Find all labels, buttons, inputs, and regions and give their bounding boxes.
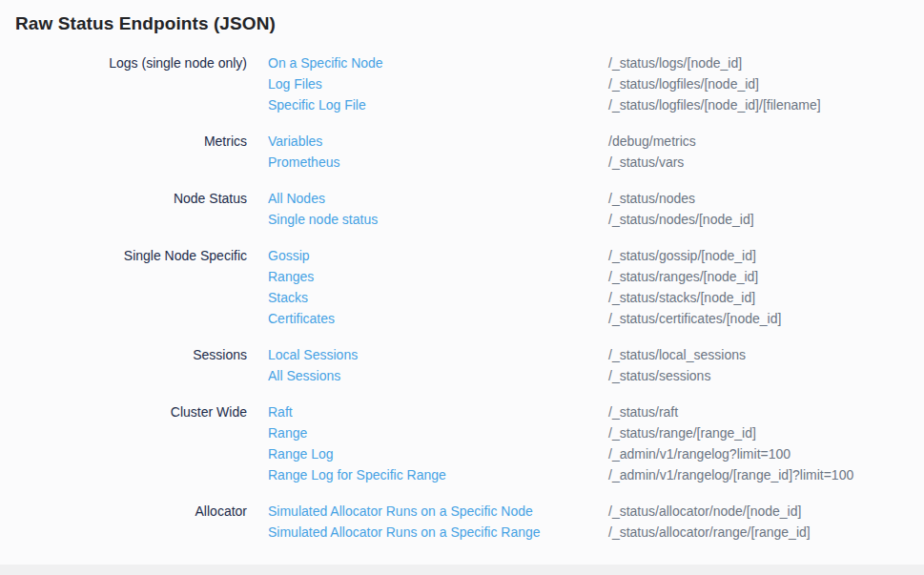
endpoint-path: /_admin/v1/rangelog/[range_id]?limit=100 (608, 464, 853, 485)
endpoint-link-simulated-allocator-range[interactable]: Simulated Allocator Runs on a Specific R… (268, 522, 608, 543)
endpoint-path: /_status/local_sessions (608, 344, 746, 365)
group-logs: Logs (single node only) On a Specific No… (15, 52, 924, 115)
endpoint-path: /_status/nodes (608, 188, 695, 209)
endpoint-link-stacks[interactable]: Stacks (268, 287, 608, 308)
endpoint-link-raft[interactable]: Raft (268, 401, 608, 422)
endpoint-path: /_status/range/[range_id] (608, 422, 756, 443)
endpoint-path: /_status/gossip/[node_id] (608, 245, 756, 266)
endpoint-row: Local Sessions /_status/local_sessions (268, 344, 924, 365)
group-metrics: Metrics Variables /debug/metrics Prometh… (15, 131, 924, 173)
endpoint-link-simulated-allocator-node[interactable]: Simulated Allocator Runs on a Specific N… (268, 501, 608, 522)
category-label: Single Node Specific (15, 245, 247, 266)
endpoint-path: /debug/metrics (608, 131, 696, 152)
category-label: Node Status (15, 188, 247, 209)
category-label: Allocator (15, 501, 247, 522)
endpoint-path: /_status/logs/[node_id] (608, 52, 742, 73)
page-title: Raw Status Endpoints (JSON) (15, 11, 924, 36)
endpoint-row: Log Files /_status/logfiles/[node_id] (268, 73, 924, 94)
endpoint-link-range-log-specific-range[interactable]: Range Log for Specific Range (268, 464, 608, 485)
endpoint-path: /_status/certificates/[node_id] (608, 308, 781, 329)
endpoint-link-ranges[interactable]: Ranges (268, 266, 608, 287)
endpoint-path: /_status/stacks/[node_id] (608, 287, 755, 308)
category-label: Cluster Wide (15, 401, 247, 422)
endpoint-link-log-files[interactable]: Log Files (268, 73, 608, 94)
category-label: Metrics (15, 131, 247, 152)
group-rows: Variables /debug/metrics Prometheus /_st… (268, 131, 924, 173)
category-label: Logs (single node only) (15, 52, 247, 73)
group-allocator: Allocator Simulated Allocator Runs on a … (15, 501, 924, 543)
endpoint-path: /_status/vars (608, 152, 684, 173)
endpoint-path: /_status/raft (608, 401, 678, 422)
endpoint-row: Simulated Allocator Runs on a Specific N… (268, 501, 924, 522)
endpoint-path: /_status/nodes/[node_id] (608, 209, 754, 230)
endpoint-row: Gossip /_status/gossip/[node_id] (268, 245, 924, 266)
endpoint-row: Variables /debug/metrics (268, 131, 924, 152)
category-label: Sessions (15, 344, 247, 365)
group-cluster-wide: Cluster Wide Raft /_status/raft Range /_… (15, 401, 924, 485)
endpoint-row: All Nodes /_status/nodes (268, 188, 924, 209)
endpoint-row: Range /_status/range/[range_id] (268, 422, 924, 443)
group-sessions: Sessions Local Sessions /_status/local_s… (15, 344, 924, 386)
endpoint-link-range[interactable]: Range (268, 422, 608, 443)
group-rows: Local Sessions /_status/local_sessions A… (268, 344, 924, 386)
endpoint-row: Range Log for Specific Range /_admin/v1/… (268, 464, 924, 485)
group-rows: Raft /_status/raft Range /_status/range/… (268, 401, 924, 485)
endpoint-link-all-nodes[interactable]: All Nodes (268, 188, 608, 209)
endpoint-row: Range Log /_admin/v1/rangelog?limit=100 (268, 443, 924, 464)
group-rows: Simulated Allocator Runs on a Specific N… (268, 501, 924, 543)
endpoint-path: /_status/sessions (608, 365, 710, 386)
endpoint-row: Raft /_status/raft (268, 401, 924, 422)
group-single-node-specific: Single Node Specific Gossip /_status/gos… (15, 245, 924, 329)
group-node-status: Node Status All Nodes /_status/nodes Sin… (15, 188, 924, 230)
endpoint-link-variables[interactable]: Variables (268, 131, 608, 152)
endpoint-row: Specific Log File /_status/logfiles/[nod… (268, 94, 924, 115)
endpoint-link-range-log[interactable]: Range Log (268, 443, 608, 464)
endpoint-row: On a Specific Node /_status/logs/[node_i… (268, 52, 924, 73)
endpoint-row: Stacks /_status/stacks/[node_id] (268, 287, 924, 308)
endpoint-row: Certificates /_status/certificates/[node… (268, 308, 924, 329)
endpoint-row: Prometheus /_status/vars (268, 152, 924, 173)
endpoint-link-all-sessions[interactable]: All Sessions (268, 365, 608, 386)
footer-strip (0, 565, 924, 575)
endpoint-path: /_status/ranges/[node_id] (608, 266, 758, 287)
group-rows: Gossip /_status/gossip/[node_id] Ranges … (268, 245, 924, 329)
endpoint-link-local-sessions[interactable]: Local Sessions (268, 344, 608, 365)
endpoint-row: All Sessions /_status/sessions (268, 365, 924, 386)
endpoint-link-single-node-status[interactable]: Single node status (268, 209, 608, 230)
endpoint-link-certificates[interactable]: Certificates (268, 308, 608, 329)
group-rows: All Nodes /_status/nodes Single node sta… (268, 188, 924, 230)
endpoint-link-on-a-specific-node[interactable]: On a Specific Node (268, 52, 608, 73)
raw-status-endpoints-page: Raw Status Endpoints (JSON) Logs (single… (0, 0, 924, 543)
endpoint-path: /_status/logfiles/[node_id]/[filename] (608, 94, 821, 115)
endpoint-link-gossip[interactable]: Gossip (268, 245, 608, 266)
endpoint-row: Single node status /_status/nodes/[node_… (268, 209, 924, 230)
endpoint-path: /_status/allocator/node/[node_id] (608, 501, 801, 522)
group-rows: On a Specific Node /_status/logs/[node_i… (268, 52, 924, 115)
endpoint-link-prometheus[interactable]: Prometheus (268, 152, 608, 173)
endpoint-path: /_status/logfiles/[node_id] (608, 73, 759, 94)
endpoint-link-specific-log-file[interactable]: Specific Log File (268, 94, 608, 115)
endpoint-path: /_admin/v1/rangelog?limit=100 (608, 443, 791, 464)
endpoint-path: /_status/allocator/range/[range_id] (608, 522, 811, 543)
endpoint-row: Ranges /_status/ranges/[node_id] (268, 266, 924, 287)
endpoint-row: Simulated Allocator Runs on a Specific R… (268, 522, 924, 543)
